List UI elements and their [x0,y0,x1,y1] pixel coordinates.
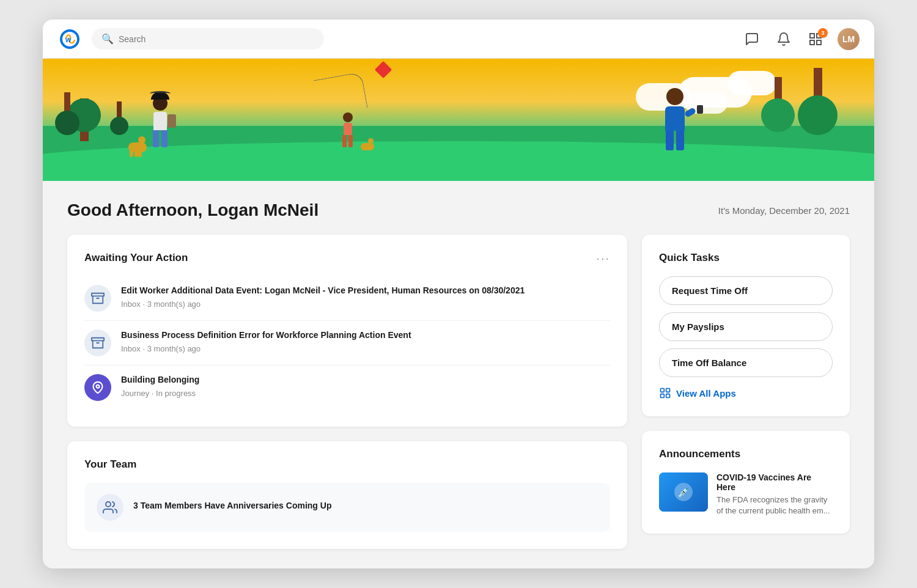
awaiting-action-title: Awaiting Your Action [84,252,188,264]
action-text-2: Business Process Definition Error for Wo… [121,329,411,353]
search-bar[interactable]: 🔍 [92,28,324,50]
chat-icon[interactable] [742,29,762,49]
svg-rect-3 [810,40,814,45]
figure-man [665,88,685,150]
notification-badge: 3 [818,28,828,38]
svg-point-10 [106,502,111,507]
action-subtitle-2: Inbox · 3 month(s) ago [121,344,411,353]
action-item[interactable]: Edit Worker Additional Data Event: Logan… [84,276,610,321]
action-item-2[interactable]: Business Process Definition Error for Wo… [84,321,610,366]
quick-tasks-card: Quick Tasks Request Time Off My Payslips… [642,235,850,416]
tree-left-2 [55,92,79,147]
ground-front [43,141,874,181]
header-icons: 3 LM [742,28,860,50]
figure-woman [153,96,168,147]
location-icon [84,374,111,401]
tree-bg-1 [110,101,128,144]
svg-rect-11 [661,389,665,392]
my-payslips-button[interactable]: My Payslips [659,312,833,341]
action-text-3: Building Belonging Journey · In progress [121,374,199,398]
quick-tasks-title: Quick Tasks [659,252,833,264]
app-window: w 🔍 [43,20,874,568]
svg-rect-12 [666,389,670,392]
workday-logo[interactable]: w [57,27,82,51]
right-column: Quick Tasks Request Time Off My Payslips… [642,235,850,549]
team-people-icon [97,494,123,521]
tree-right-1 [798,68,838,156]
bell-icon[interactable] [774,29,794,49]
team-item-text: 3 Team Members Have Anniversaries Coming… [133,500,331,512]
awaiting-action-card: Awaiting Your Action ··· [67,235,627,427]
two-col-layout: Awaiting Your Action ··· [67,235,850,549]
card-header: Awaiting Your Action ··· [84,252,610,264]
greeting-text: Good Afternoon, Logan McNeil [67,200,319,220]
team-item[interactable]: 3 Team Members Have Anniversaries Coming… [84,483,610,532]
grid-icon[interactable]: 3 [806,29,825,49]
svg-point-9 [97,385,100,388]
your-team-title: Your Team [84,458,610,471]
search-icon: 🔍 [101,33,114,45]
date-text: It's Monday, December 20, 2021 [718,205,850,216]
greeting-row: Good Afternoon, Logan McNeil It's Monday… [67,200,850,220]
action-title-3: Building Belonging [121,374,199,386]
svg-text:w: w [65,35,72,44]
tree-right-2 [761,77,795,150]
inbox-icon-1 [84,285,111,312]
svg-rect-1 [810,34,814,38]
your-team-card: Your Team 3 Team Members Have Anniversar… [67,441,627,549]
view-all-apps-link[interactable]: View All Apps [659,387,833,399]
svg-rect-7 [92,338,104,341]
left-column: Awaiting Your Action ··· [67,235,627,549]
announcements-card: Announcements 💉 COVID-19 Vaccines Are [642,431,850,534]
announcement-text: COVID-19 Vaccines Are Here The FDA recog… [716,472,833,516]
view-all-apps-label: View All Apps [676,388,736,399]
action-subtitle-1: Inbox · 3 month(s) ago [121,300,525,309]
more-options-button[interactable]: ··· [596,252,610,264]
search-input[interactable] [119,34,314,44]
svg-rect-5 [92,293,104,296]
announcements-title: Announcements [659,448,833,460]
announcement-image: 💉 [659,472,708,512]
hero-banner [43,59,874,181]
action-title-1: Edit Worker Additional Data Event: Logan… [121,285,525,297]
user-avatar[interactable]: LM [838,28,860,50]
request-time-off-button[interactable]: Request Time Off [659,276,833,305]
main-content: Good Afternoon, Logan McNeil It's Monday… [43,181,874,568]
svg-rect-4 [817,40,821,45]
announcement-item[interactable]: 💉 COVID-19 Vaccines Are Here The FDA rec… [659,472,833,516]
announcement-body: The FDA recognizes the gravity of the cu… [716,494,833,516]
action-subtitle-3: Journey · In progress [121,389,199,398]
time-off-balance-button[interactable]: Time Off Balance [659,348,833,377]
action-text-1: Edit Worker Additional Data Event: Logan… [121,285,525,309]
figure-child [342,112,353,147]
inbox-icon-2 [84,329,111,356]
header: w 🔍 [43,20,874,59]
action-title-2: Business Process Definition Error for Wo… [121,329,411,342]
action-item-3[interactable]: Building Belonging Journey · In progress [84,366,610,410]
svg-rect-14 [666,394,670,398]
svg-rect-13 [661,394,665,398]
announcement-title: COVID-19 Vaccines Are Here [716,472,833,492]
